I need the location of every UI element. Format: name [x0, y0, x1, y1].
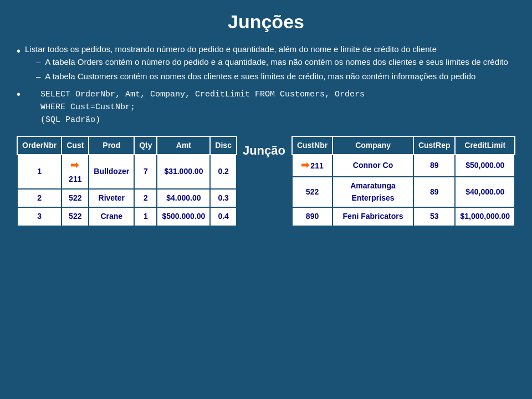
orders-cell-cust: ➡211: [62, 155, 89, 189]
cust-col-creditlimit: CreditLimit: [455, 136, 515, 155]
arrow-icon: ➡: [70, 158, 79, 173]
content-area: • Listar todos os pedidos, mostrando núm…: [17, 43, 515, 227]
cust-col-custrep: CustRep: [413, 136, 456, 155]
sql-code: SELECT OrderNbr, Amt, Company, CreditLim…: [40, 88, 365, 127]
cust-cell-custrep: 53: [413, 207, 456, 226]
orders-cell-ordernbr: 3: [17, 207, 62, 226]
cust-col-custnbr: CustNbr: [292, 136, 332, 155]
bullet-text-1: Listar todos os pedidos, mostrando númer…: [25, 44, 437, 54]
orders-cell-cust: 522: [62, 207, 89, 226]
orders-cell-qty: 1: [134, 207, 157, 226]
sql-note: (SQL Padrão): [40, 115, 100, 125]
main-list: • Listar todos os pedidos, mostrando núm…: [17, 43, 515, 130]
cust-cell-custnbr: 522: [292, 177, 332, 207]
customers-row-2: 890 Feni Fabricators 53 $1,000,000.00: [292, 207, 515, 226]
customers-header-row: CustNbr Company CustRep CreditLimit: [292, 136, 515, 155]
cust-cell-custnbr: 890: [292, 207, 332, 226]
cust-cell-company: Feni Fabricators: [332, 207, 413, 226]
bottom-tables: OrderNbr Cust Prod Qty Amt Disc 1 ➡211 B…: [17, 136, 515, 227]
orders-cell-prod: Riveter: [89, 189, 134, 208]
orders-cell-disc: 0.4: [210, 207, 237, 226]
orders-table: OrderNbr Cust Prod Qty Amt Disc 1 ➡211 B…: [17, 136, 237, 227]
cust-cell-custnbr: ➡211: [292, 155, 332, 177]
customers-wrapper: Junção CustNbr Company CustRep CreditLim…: [243, 136, 515, 227]
orders-cell-amt: $31.000.00: [157, 155, 210, 189]
orders-col-disc: Disc: [210, 136, 237, 155]
orders-row-1: 2 522 Riveter 2 $4.000.00 0.3: [17, 189, 237, 208]
sub-text-1: A tabela Orders contém o número do pedid…: [45, 55, 508, 68]
cust-cell-creditlimit: $50,000.00: [455, 155, 515, 177]
customers-row-0: ➡211 Connor Co 89 $50,000.00: [292, 155, 515, 177]
orders-row-0: 1 ➡211 Bulldozer 7 $31.000.00 0.2: [17, 155, 237, 189]
cust-cell-creditlimit: $40,000.00: [455, 177, 515, 207]
orders-cell-prod: Crane: [89, 207, 134, 226]
cust-col-company: Company: [332, 136, 413, 155]
cust-cell-custrep: 89: [413, 177, 456, 207]
sql-line2: WHERE Cust=CustNbr;: [40, 103, 135, 112]
orders-cell-cust: 522: [62, 189, 89, 208]
orders-col-qty: Qty: [134, 136, 157, 155]
bullet-icon: •: [17, 43, 21, 60]
customers-table: CustNbr Company CustRep CreditLimit ➡211…: [291, 136, 515, 227]
orders-cell-amt: $4.000.00: [157, 189, 210, 208]
orders-cell-disc: 0.2: [210, 155, 237, 189]
sub-item-1: – A tabela Orders contém o número do ped…: [36, 55, 508, 68]
cust-cell-creditlimit: $1,000,000.00: [455, 207, 515, 226]
orders-table-wrapper: OrderNbr Cust Prod Qty Amt Disc 1 ➡211 B…: [17, 136, 237, 227]
orders-cell-ordernbr: 2: [17, 189, 62, 208]
orders-col-ordernbr: OrderNbr: [17, 136, 62, 155]
orders-cell-prod: Bulldozer: [89, 155, 134, 189]
orders-col-amt: Amt: [157, 136, 210, 155]
orders-row-2: 3 522 Crane 1 $500.000.00 0.4: [17, 207, 237, 226]
cust-cell-custrep: 89: [413, 155, 456, 177]
junction-label: Junção: [243, 136, 287, 160]
sub-text-2: A tabela Customers contém os nomes dos c…: [45, 70, 475, 83]
bullet-icon-2: •: [17, 86, 21, 103]
orders-cell-disc: 0.3: [210, 189, 237, 208]
sql-line1: SELECT OrderNbr, Amt, Company, CreditLim…: [40, 90, 365, 99]
sub-item-2: – A tabela Customers contém os nomes dos…: [36, 70, 508, 83]
list-item-2: • SELECT OrderNbr, Amt, Company, CreditL…: [17, 86, 515, 130]
orders-col-prod: Prod: [89, 136, 134, 155]
list-item-1: • Listar todos os pedidos, mostrando núm…: [17, 43, 515, 84]
sub-list-1: – A tabela Orders contém o número do ped…: [36, 55, 508, 83]
page-title: Junções: [17, 11, 515, 33]
dash-icon-2: –: [36, 70, 40, 83]
cust-cell-company: Connor Co: [332, 155, 413, 177]
arrow-icon-cust: ➡: [301, 158, 309, 173]
customers-table-wrap: CustNbr Company CustRep CreditLimit ➡211…: [291, 136, 515, 227]
orders-cell-qty: 7: [134, 155, 157, 189]
orders-cell-qty: 2: [134, 189, 157, 208]
customers-row-1: 522 Amaratunga Enterprises 89 $40,000.00: [292, 177, 515, 207]
orders-col-cust: Cust: [62, 136, 89, 155]
orders-cell-ordernbr: 1: [17, 155, 62, 189]
orders-header-row: OrderNbr Cust Prod Qty Amt Disc: [17, 136, 237, 155]
dash-icon-1: –: [36, 55, 40, 68]
orders-cell-amt: $500.000.00: [157, 207, 210, 226]
cust-cell-company: Amaratunga Enterprises: [332, 177, 413, 207]
